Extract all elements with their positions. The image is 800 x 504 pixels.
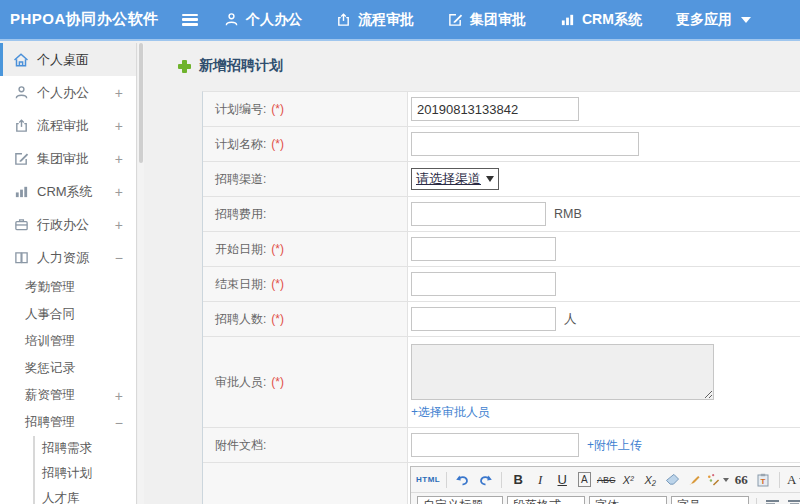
format-painter-icon[interactable] [706, 470, 729, 490]
form-row-end-date: 结束日期: (*) [203, 267, 800, 302]
chevron-down-icon [723, 478, 729, 482]
field-label: 审批人员: [215, 374, 266, 391]
underline-button[interactable]: U [552, 470, 572, 490]
required-mark: (*) [271, 312, 284, 326]
headcount-input[interactable] [411, 307, 556, 331]
editor-toolbar-row1: HTML B I U A ABC X² X₂ [411, 467, 800, 493]
field-label: 招聘费用: [215, 206, 266, 223]
brush-icon[interactable] [684, 470, 704, 490]
form-row-channel: 招聘渠道: 请选择渠道 [203, 162, 800, 197]
sidebar-item-recruitment[interactable]: 招聘管理− [0, 409, 136, 436]
chevron-down-icon [741, 17, 751, 23]
sidebar-item-crm[interactable]: CRM系统 + [0, 175, 136, 208]
bold-button[interactable]: B [508, 470, 528, 490]
fee-input[interactable] [411, 202, 546, 226]
paste-text-icon[interactable]: T [753, 470, 773, 490]
sidebar-item-salary[interactable]: 薪资管理+ [0, 382, 136, 409]
sidebar-item-workflow-approval[interactable]: 流程审批 + [0, 109, 136, 142]
eraser-icon[interactable] [662, 470, 682, 490]
start-date-input[interactable] [411, 237, 556, 261]
sidebar-item-talent-pool[interactable]: 人才库 [35, 486, 136, 504]
italic-button[interactable]: I [530, 470, 550, 490]
sidebar-item-rewards[interactable]: 奖惩记录 [0, 355, 136, 382]
html-source-button[interactable]: HTML [416, 470, 440, 490]
font-color-button[interactable]: A [786, 470, 800, 490]
sidebar-item-recruit-demand[interactable]: 招聘需求 [35, 436, 136, 461]
home-icon [13, 52, 29, 68]
nav-personal-office[interactable]: 个人办公 [224, 11, 302, 29]
collapse-icon[interactable]: − [115, 415, 123, 431]
svg-text:T: T [761, 477, 766, 486]
upload-attachment-link[interactable]: +附件上传 [587, 437, 642, 454]
field-label: 招聘渠道: [215, 171, 266, 188]
field-label: 计划名称: [215, 136, 266, 153]
nav-more-apps[interactable]: 更多应用 [676, 11, 751, 29]
plan-no-input[interactable] [411, 97, 579, 121]
field-label: 开始日期: [215, 241, 266, 258]
recruitment-submenu: 招聘需求 招聘计划 人才库 [33, 436, 136, 504]
form-row-attachment: 附件文档: +附件上传 [203, 428, 800, 463]
strikethrough-button[interactable]: ABC [596, 470, 616, 490]
expand-icon[interactable]: + [115, 118, 123, 134]
paragraph-format-select[interactable]: 段落格式 [507, 496, 585, 504]
approvers-textarea[interactable] [411, 344, 714, 400]
page-title: 新增招聘计划 [178, 57, 800, 75]
app-logo: PHPOA协同办公软件 [0, 10, 182, 29]
form-row-plan-no: 计划编号: (*) [203, 92, 800, 127]
chart-icon [560, 12, 575, 27]
font-family-select[interactable]: 字体 [589, 496, 667, 504]
expand-icon[interactable]: + [115, 151, 123, 167]
select-approvers-link[interactable]: +选择审批人员 [411, 404, 490, 421]
attachment-input[interactable] [411, 433, 579, 457]
field-label: 计划编号: [215, 101, 266, 118]
superscript-button[interactable]: X² [618, 470, 638, 490]
channel-select[interactable]: 请选择渠道 [411, 168, 499, 190]
edit-icon [13, 151, 29, 167]
sidebar-item-training[interactable]: 培训管理 [0, 328, 136, 355]
autoformat-button[interactable]: A [578, 472, 591, 487]
required-mark: (*) [271, 137, 284, 151]
nav-workflow-approval[interactable]: 流程审批 [336, 11, 414, 29]
user-icon [224, 12, 239, 27]
field-label: 招聘人数: [215, 311, 266, 328]
expand-icon[interactable]: + [115, 388, 123, 404]
sidebar-item-group-approval[interactable]: 集团审批 + [0, 142, 136, 175]
expand-icon[interactable]: + [115, 85, 123, 101]
sidebar-item-attendance[interactable]: 考勤管理 [0, 274, 136, 301]
font-size-select[interactable]: 字号 [671, 496, 749, 504]
required-mark: (*) [271, 242, 284, 256]
form-row-headcount: 招聘人数: (*) 人 [203, 302, 800, 337]
sidebar-item-desktop[interactable]: 个人桌面 [0, 43, 136, 76]
book-icon [13, 250, 29, 266]
redo-icon[interactable] [475, 470, 495, 490]
field-label: 附件文档: [215, 437, 266, 454]
form-row-start-date: 开始日期: (*) [203, 232, 800, 267]
sidebar-item-hr[interactable]: 人力资源 − [0, 241, 136, 274]
menu-icon[interactable] [182, 14, 198, 26]
collapse-icon[interactable]: − [115, 250, 123, 266]
field-label: 结束日期: [215, 276, 266, 293]
sidebar-item-hr-contract[interactable]: 人事合同 [0, 301, 136, 328]
undo-icon[interactable] [453, 470, 473, 490]
sidebar-item-recruit-plan[interactable]: 招聘计划 [35, 461, 136, 486]
expand-icon[interactable]: + [115, 184, 123, 200]
expand-icon[interactable]: + [115, 217, 123, 233]
align-center-icon[interactable] [785, 496, 800, 504]
required-mark: (*) [271, 375, 284, 389]
required-mark: (*) [271, 277, 284, 291]
sidebar-item-admin-office[interactable]: 行政办公 + [0, 208, 136, 241]
custom-heading-select[interactable]: 自定义标题 [417, 496, 503, 504]
nav-group-approval[interactable]: 集团审批 [448, 11, 526, 29]
subscript-button[interactable]: X₂ [640, 470, 660, 490]
align-left-icon[interactable] [763, 496, 783, 504]
form-row-editor: HTML B I U A ABC X² X₂ [203, 463, 800, 504]
end-date-input[interactable] [411, 272, 556, 296]
editor-toolbar-row2: 自定义标题 段落格式 字体 字号 [411, 493, 800, 504]
sidebar: 个人桌面 个人办公 + 流程审批 + 集团审批 + CRM系统 + 行政办公 +… [0, 43, 137, 504]
chevron-down-icon [486, 176, 494, 182]
nav-crm[interactable]: CRM系统 [560, 11, 642, 29]
sidebar-item-personal-office[interactable]: 个人办公 + [0, 76, 136, 109]
plan-name-input[interactable] [411, 132, 639, 156]
blockquote-button[interactable]: 66 [731, 470, 751, 490]
form-row-approvers: 审批人员: (*) +选择审批人员 [203, 337, 800, 428]
